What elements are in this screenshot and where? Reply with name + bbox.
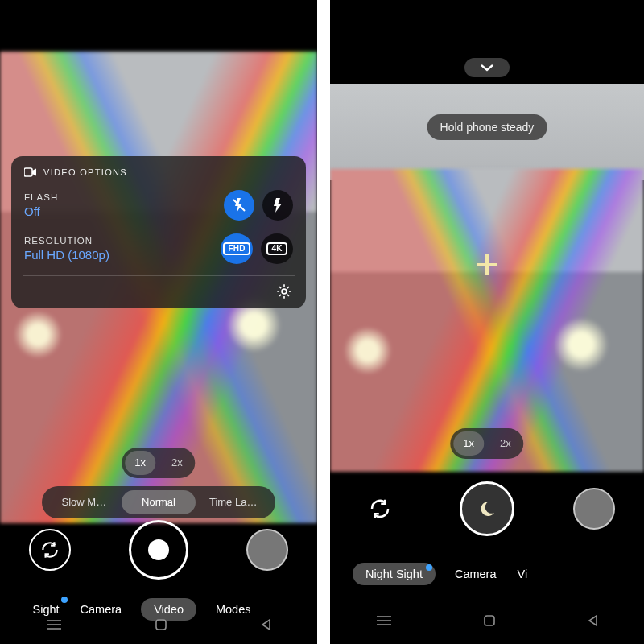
recent-apps-button[interactable] [46, 619, 62, 630]
resolution-fhd-button[interactable]: FHD [221, 233, 253, 264]
video-options-panel: VIDEO OPTIONS FLASH Off RESOLUTION Full … [11, 156, 306, 308]
android-nav-bar [0, 605, 317, 644]
flash-off-icon [232, 197, 246, 213]
phone-right-night-sight: Hold phone steady 1x 2x Night Sight Came… [330, 0, 644, 644]
gear-icon [275, 283, 293, 300]
panel-title: VIDEO OPTIONS [43, 167, 127, 177]
resolution-4k-button[interactable]: 4K [261, 233, 293, 264]
speed-timelapse[interactable]: Time La… [196, 490, 270, 514]
svg-rect-0 [24, 168, 32, 176]
back-button[interactable] [260, 618, 271, 631]
switch-camera-button[interactable] [359, 488, 401, 530]
speed-normal[interactable]: Normal [122, 490, 196, 514]
zoom-1x[interactable]: 1x [453, 431, 484, 456]
mode-camera[interactable]: Camera [453, 563, 498, 585]
video-camera-icon [24, 167, 37, 177]
zoom-switch[interactable]: 1x 2x [450, 428, 523, 459]
zoom-1x[interactable]: 1x [125, 451, 155, 475]
focus-reticle-icon [477, 254, 497, 275]
mode-video-partial[interactable]: Vi [516, 563, 530, 585]
moon-icon [477, 499, 497, 518]
shutter-button[interactable] [460, 481, 514, 536]
back-button[interactable] [587, 614, 598, 627]
switch-camera-icon [39, 539, 60, 560]
settings-button[interactable] [275, 283, 293, 300]
capture-controls [0, 514, 317, 586]
4k-badge: 4K [266, 242, 287, 255]
new-feature-dot-icon [426, 564, 432, 571]
new-feature-dot-icon [61, 597, 68, 603]
zoom-switch[interactable]: 1x 2x [122, 448, 195, 478]
resolution-label: RESOLUTION [24, 236, 213, 246]
fhd-badge: FHD [223, 242, 250, 255]
settings-pulldown-handle[interactable] [464, 58, 510, 77]
home-button[interactable] [483, 614, 496, 627]
flash-off-button[interactable] [224, 190, 254, 221]
gallery-thumbnail[interactable] [246, 529, 288, 571]
zoom-2x[interactable]: 2x [162, 451, 192, 475]
mode-night-sight[interactable]: Night Sight [353, 563, 436, 585]
recent-apps-button[interactable] [376, 615, 392, 626]
capture-controls [330, 475, 644, 543]
zoom-2x[interactable]: 2x [490, 431, 521, 456]
flash-label: FLASH [24, 192, 216, 202]
viewfinder [330, 169, 644, 472]
shutter-button[interactable] [129, 520, 188, 580]
resolution-value: Full HD (1080p) [24, 248, 213, 262]
switch-camera-button[interactable] [29, 529, 71, 571]
svg-rect-6 [156, 620, 166, 630]
flash-on-icon [272, 197, 283, 213]
android-nav-bar [330, 597, 644, 644]
record-dot-icon [148, 539, 169, 560]
chevron-down-icon [480, 64, 494, 72]
speed-slowmo[interactable]: Slow M… [47, 490, 122, 514]
hold-steady-toast: Hold phone steady [427, 114, 547, 140]
switch-camera-icon [368, 497, 392, 521]
svg-rect-10 [485, 616, 494, 625]
phone-left-video: VIDEO OPTIONS FLASH Off RESOLUTION Full … [0, 0, 317, 644]
flash-value: Off [24, 204, 216, 218]
mode-strip[interactable]: Night Sight Camera Vi [330, 555, 644, 592]
gallery-thumbnail[interactable] [573, 488, 615, 530]
svg-point-2 [282, 289, 287, 294]
flash-on-button[interactable] [262, 190, 293, 221]
home-button[interactable] [155, 618, 167, 631]
